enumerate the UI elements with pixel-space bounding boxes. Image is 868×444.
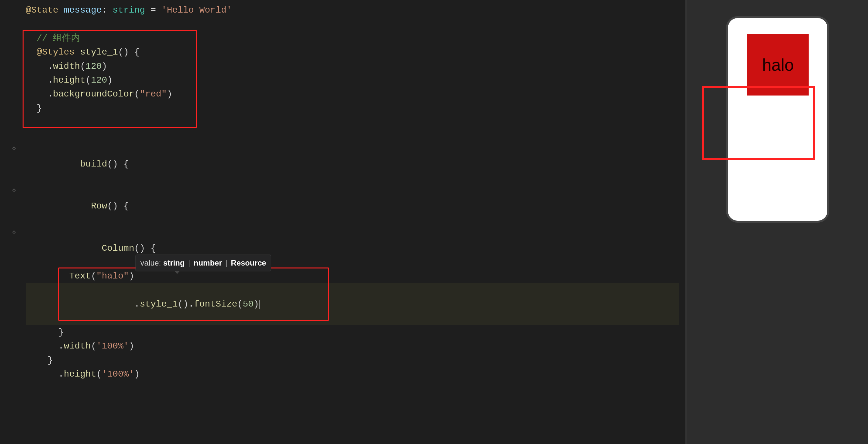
token: ) (134, 367, 140, 381)
token: . (26, 339, 64, 353)
code-content: @State message : string = 'Hello World' … (19, 0, 685, 388)
code-line-inner-close: } (26, 325, 679, 339)
code-line-build: ◇ build () { (26, 143, 679, 185)
tooltip-label: value: (141, 258, 163, 267)
red-highlight-box-2 (58, 267, 329, 321)
token: ( (91, 339, 96, 353)
token: @State (26, 3, 64, 17)
token: : (102, 3, 113, 17)
token: Column (69, 241, 134, 255)
tooltip-pipe-1: | (188, 258, 192, 267)
token: . (26, 367, 64, 381)
token: = (145, 3, 161, 17)
token: height (64, 367, 96, 381)
phone-mockup: halo (726, 16, 829, 223)
token: 'Hello World' (161, 3, 232, 17)
token: } (26, 325, 64, 339)
token: '100%' (96, 339, 129, 353)
preview-area: halo (687, 0, 868, 444)
code-line-empty (26, 17, 679, 31)
tooltip-type-number: number (194, 258, 222, 267)
code-line-row-close: } (26, 353, 679, 367)
code-line-width-pct: . width ( '100%' ) (26, 339, 679, 353)
token: () { (107, 157, 129, 171)
code-line-1: @State message : string = 'Hello World' (26, 3, 679, 17)
token: width (64, 339, 91, 353)
token: build (69, 157, 107, 171)
code-line-height-pct: . height ( '100%' ) (26, 367, 679, 381)
tooltip-type-resource: Resource (231, 258, 266, 267)
token: ) (129, 339, 134, 353)
token: '100%' (102, 367, 134, 381)
tooltip-type-string: string (163, 258, 185, 267)
preview-red-highlight (702, 86, 815, 160)
code-line-row: ◇ Row () { (26, 185, 679, 227)
token: ( (96, 367, 102, 381)
token: string (113, 3, 145, 17)
halo-label: halo (762, 55, 794, 74)
code-line-column: ◇ Column () { (26, 227, 679, 269)
token: () { (134, 241, 156, 255)
code-line-empty3 (26, 129, 679, 143)
tooltip: value: string | number | Resource (135, 255, 271, 271)
tooltip-pipe-2: | (225, 258, 230, 267)
red-highlight-box-1 (23, 30, 197, 128)
editor-area: @State message : string = 'Hello World' … (0, 0, 685, 444)
token: Row (69, 199, 107, 213)
token: () { (107, 199, 129, 213)
token: message (64, 3, 102, 17)
token: } (26, 353, 53, 367)
